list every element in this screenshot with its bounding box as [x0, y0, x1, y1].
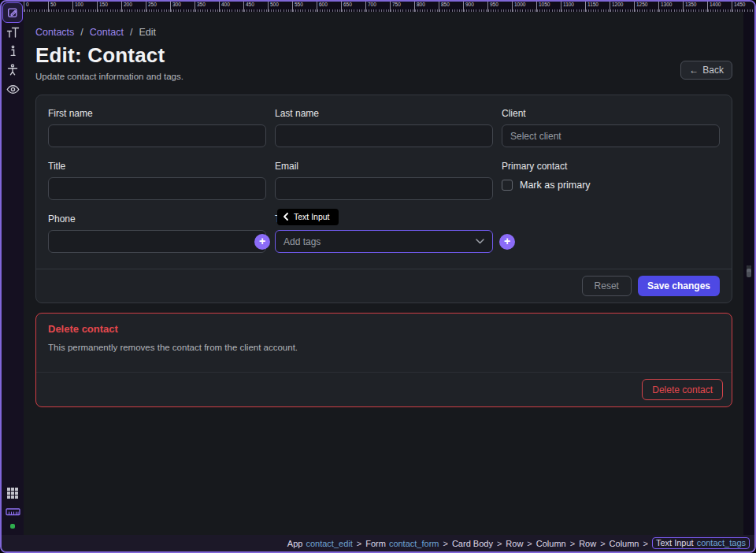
last-name-input[interactable]	[275, 124, 493, 147]
path-item-row[interactable]: Row	[506, 539, 523, 548]
path-separator: >	[570, 539, 575, 548]
empty-cell	[502, 213, 720, 253]
title-input[interactable]	[48, 177, 266, 200]
preview-canvas: Contacts / Contact / Edit Edit: Contact …	[24, 12, 743, 535]
ruler-segment: 1450	[732, 2, 754, 12]
tags-field: Text Input Tags Add tags	[275, 213, 493, 253]
ruler-segment: 1300	[658, 2, 683, 12]
tags-add-button[interactable]: +	[499, 234, 515, 250]
accessibility-tool-button[interactable]	[6, 63, 20, 77]
client-field: Client Select client	[502, 108, 720, 147]
path-separator: >	[497, 539, 502, 548]
ruler-segment: 650	[341, 2, 365, 12]
delete-contact-card: Delete contact This permanently removes …	[35, 313, 732, 407]
first-name-field: First name	[48, 108, 266, 147]
back-button[interactable]: ← Back	[680, 61, 732, 80]
tooltip-label: Text Input	[294, 212, 330, 221]
ruler-segment: 1400	[707, 2, 732, 12]
page-subtitle: Update contact information and tags.	[35, 72, 732, 81]
path-item-card-body[interactable]: Card Body	[452, 539, 493, 548]
breadcrumb-current: Edit	[139, 27, 156, 38]
path-component-name: Text Input	[656, 538, 694, 547]
ruler-icon	[6, 507, 20, 518]
breadcrumb: Contacts / Contact / Edit	[35, 27, 732, 38]
ruler-tool-button[interactable]	[6, 505, 20, 519]
path-component-id: contact_tags	[697, 538, 746, 547]
save-changes-button[interactable]: Save changes	[638, 276, 720, 296]
delete-contact-button[interactable]: Delete contact	[642, 379, 723, 400]
client-select-placeholder: Select client	[510, 131, 561, 142]
ruler-segment: 250	[146, 2, 170, 12]
breadcrumb-separator: /	[130, 27, 132, 38]
connection-status-dot	[10, 524, 15, 529]
form-footer: Reset Save changes	[36, 269, 732, 302]
ruler-segment: 150	[97, 2, 121, 12]
text-tool-icon	[6, 27, 20, 39]
tooltip-chevron-left-icon	[283, 213, 289, 221]
ruler-segment: 1350	[683, 2, 707, 12]
tags-input-wrap: Add tags +	[275, 230, 493, 253]
edit-pencil-icon	[6, 6, 19, 19]
last-name-field: Last name	[275, 108, 493, 147]
ruler-segment: 0	[24, 2, 48, 12]
path-separator: >	[600, 539, 605, 548]
email-field: Email	[275, 161, 493, 200]
breadcrumb-contact-link[interactable]: Contact	[90, 27, 124, 38]
ruler-segment: 100	[72, 2, 97, 12]
delete-contact-description: This permanently removes the contact fro…	[48, 343, 720, 352]
path-item-row[interactable]: Row	[579, 539, 596, 548]
path-component-name: Column	[610, 539, 639, 548]
ruler-segment: 300	[170, 2, 195, 12]
phone-add-button[interactable]: +	[254, 234, 270, 250]
ruler-segment: 1250	[634, 2, 658, 12]
page-title: Edit: Contact	[35, 43, 732, 68]
path-separator: >	[443, 539, 447, 548]
path-separator: >	[527, 539, 532, 548]
path-item-text-input[interactable]: Text Inputcontact_tags	[652, 537, 750, 549]
component-tooltip: Text Input	[277, 209, 339, 225]
reset-button[interactable]: Reset	[582, 276, 632, 296]
ruler-segment: 1100	[561, 2, 585, 12]
grid-icon	[6, 487, 19, 499]
tags-select-placeholder: Add tags	[284, 236, 321, 247]
horizontal-ruler: 0501001502002503003504004505005506006507…	[24, 2, 754, 12]
delete-contact-body: Delete contact This permanently removes …	[36, 314, 732, 372]
text-tool-button[interactable]	[6, 25, 20, 39]
back-arrow-icon: ←	[689, 65, 699, 76]
panel-drag-grip[interactable]	[747, 265, 751, 277]
right-gutter	[743, 12, 754, 535]
phone-input-wrap: +	[48, 230, 266, 253]
delete-contact-title: Delete contact	[48, 323, 720, 335]
preview-eye-button[interactable]	[6, 82, 20, 96]
ruler-segment: 350	[195, 2, 219, 12]
client-select[interactable]: Select client	[502, 124, 720, 147]
ruler-segment: 1200	[610, 2, 634, 12]
first-name-label: First name	[48, 108, 266, 119]
ruler-segment: 400	[219, 2, 243, 12]
path-component-name: Row	[579, 539, 596, 548]
path-separator: >	[643, 539, 647, 548]
info-tool-button[interactable]	[6, 44, 20, 58]
path-component-name: Row	[506, 539, 523, 548]
path-item-column[interactable]: Column	[536, 539, 566, 548]
phone-input[interactable]	[48, 230, 266, 253]
ruler-segment: 1000	[512, 2, 536, 12]
email-input[interactable]	[275, 177, 493, 200]
ruler-segment: 950	[487, 2, 512, 12]
primary-contact-field: Primary contact Mark as primary	[502, 161, 720, 200]
path-item-app[interactable]: Appcontact_edit	[287, 539, 353, 548]
ruler-segment: 50	[48, 2, 72, 12]
accessibility-icon	[6, 64, 19, 76]
path-item-form[interactable]: Formcontact_form	[365, 539, 439, 548]
path-component-id: contact_form	[389, 539, 439, 548]
first-name-input[interactable]	[48, 124, 266, 147]
primary-contact-checkbox-row: Mark as primary	[502, 180, 720, 191]
grid-tool-button[interactable]	[6, 486, 20, 500]
path-item-column[interactable]: Column	[610, 539, 639, 548]
primary-contact-checkbox[interactable]	[502, 180, 513, 191]
edit-tool-button[interactable]	[2, 2, 23, 23]
ruler-segment: 700	[365, 2, 390, 12]
tags-select[interactable]: Add tags	[275, 230, 493, 253]
breadcrumb-contacts-link[interactable]: Contacts	[35, 27, 74, 38]
ruler-segment: 500	[268, 2, 292, 12]
